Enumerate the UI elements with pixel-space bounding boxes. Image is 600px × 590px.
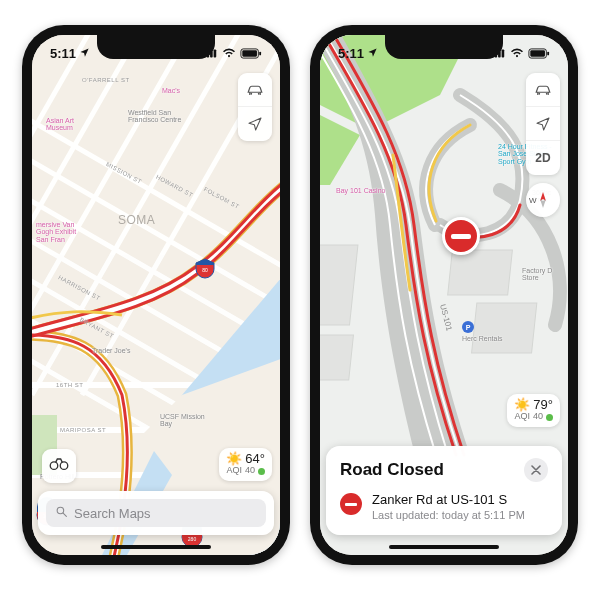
incident-panel[interactable]: Road Closed Zanker Rd at US-101 S Last u…	[326, 446, 562, 535]
svg-point-31	[258, 92, 260, 94]
aqi-dot-icon	[258, 468, 265, 475]
street-label: 16TH ST	[56, 382, 84, 388]
road-closed-marker[interactable]	[442, 217, 480, 255]
svg-point-33	[60, 462, 68, 470]
svg-marker-54	[540, 199, 546, 208]
phone-right: 5:11	[310, 25, 578, 565]
svg-line-35	[63, 513, 66, 516]
incident-updated: Last updated: today at 5:11 PM	[372, 509, 525, 521]
poi-label: Asian Art Museum	[46, 117, 96, 132]
status-time: 5:11	[338, 46, 364, 61]
close-icon	[531, 463, 541, 478]
binoculars-icon	[49, 457, 69, 475]
compass-label: W	[529, 196, 537, 205]
svg-rect-3	[214, 49, 217, 57]
street-label: O'FARRELL ST	[82, 77, 130, 83]
incident-location: Zanker Rd at US-101 S	[372, 492, 525, 507]
mode-car-button[interactable]	[238, 73, 272, 107]
map-controls	[238, 73, 272, 141]
svg-rect-39	[502, 49, 505, 57]
poi-label: Factory D Store	[522, 267, 562, 282]
screen-left: 5:11	[32, 35, 280, 555]
no-entry-icon	[451, 234, 471, 239]
svg-text:P: P	[466, 324, 471, 331]
search-panel[interactable]: Search Maps	[38, 491, 274, 535]
weather-pill[interactable]: ☀️64° AQI 40	[219, 448, 272, 481]
no-entry-icon	[340, 493, 362, 515]
poi-label: Bay 101 Casino	[336, 187, 385, 194]
svg-rect-44	[448, 250, 513, 295]
home-indicator[interactable]	[389, 545, 499, 549]
poi-label: mersive Van Gogh Exhibit San Fran	[36, 221, 82, 243]
svg-point-34	[57, 507, 64, 514]
svg-rect-41	[530, 50, 545, 56]
aqi-value: 40	[245, 466, 255, 476]
phone-left: 5:11	[22, 25, 290, 565]
svg-text:80: 80	[202, 267, 208, 273]
street-label: MARIPOSA ST	[60, 427, 106, 433]
svg-point-52	[546, 92, 548, 94]
svg-rect-5	[242, 50, 257, 56]
district-label: SOMA	[118, 213, 155, 227]
battery-icon	[240, 48, 262, 59]
notch	[385, 35, 503, 59]
compass-button[interactable]: W	[526, 183, 560, 217]
home-indicator[interactable]	[101, 545, 211, 549]
aqi-value: 40	[533, 412, 543, 422]
location-arrow-icon	[79, 46, 90, 61]
svg-point-32	[50, 462, 58, 470]
locate-me-button[interactable]	[526, 107, 560, 141]
svg-rect-42	[547, 51, 549, 55]
aqi-label: AQI	[226, 466, 242, 476]
location-arrow-icon	[367, 46, 378, 61]
sun-icon: ☀️	[226, 452, 242, 466]
search-placeholder: Search Maps	[74, 506, 151, 521]
poi-label: Westfield San Francisco Centre	[128, 109, 188, 124]
locate-me-button[interactable]	[238, 107, 272, 141]
search-icon	[55, 505, 68, 521]
poi-label: Trader Joe's	[92, 347, 130, 354]
poi-label: Mac's	[162, 87, 180, 94]
svg-rect-47	[320, 335, 353, 380]
screen-right: 5:11	[320, 35, 568, 555]
mode-car-button[interactable]	[526, 73, 560, 107]
notch	[97, 35, 215, 59]
map-controls: 2D	[526, 73, 560, 175]
svg-text:280: 280	[188, 536, 197, 542]
svg-point-30	[250, 92, 252, 94]
search-input[interactable]: Search Maps	[46, 499, 266, 527]
view-2d-button[interactable]: 2D	[526, 141, 560, 175]
incident-title: Road Closed	[340, 460, 444, 480]
aqi-dot-icon	[546, 414, 553, 421]
svg-rect-45	[472, 303, 537, 353]
svg-point-51	[538, 92, 540, 94]
svg-rect-6	[259, 51, 261, 55]
aqi-label: AQI	[514, 412, 530, 422]
close-button[interactable]	[524, 458, 548, 482]
weather-pill[interactable]: ☀️79° AQI 40	[507, 394, 560, 427]
battery-icon	[528, 48, 550, 59]
wifi-icon	[510, 48, 524, 58]
poi-label: UCSF Mission Bay	[160, 413, 210, 428]
status-time: 5:11	[50, 46, 76, 61]
sun-icon: ☀️	[514, 398, 530, 412]
temperature: 64°	[245, 452, 265, 466]
wifi-icon	[222, 48, 236, 58]
poi-label: Herc Rentals	[462, 335, 502, 342]
look-around-button[interactable]	[42, 449, 76, 483]
temperature: 79°	[533, 398, 553, 412]
